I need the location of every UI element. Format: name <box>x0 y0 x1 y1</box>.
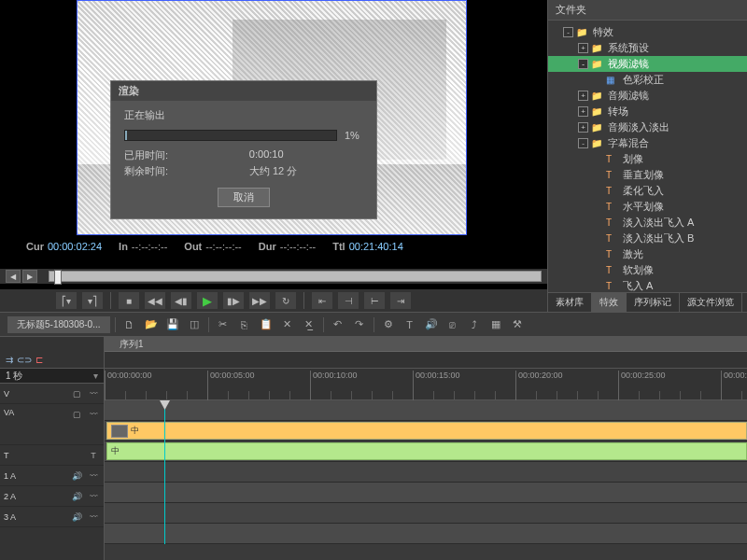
snap-icon[interactable]: ⇉ <box>6 355 13 365</box>
panel-tab[interactable]: 特效 <box>592 293 627 312</box>
scrub-track[interactable] <box>49 271 542 282</box>
audio-icon[interactable]: 🔊 <box>422 316 441 333</box>
tree-node[interactable]: T垂直划像 <box>548 167 747 183</box>
play-button[interactable]: ▶ <box>197 292 218 309</box>
marker-icon[interactable]: ◫ <box>185 316 204 333</box>
tree-toggle-icon[interactable]: - <box>578 59 588 69</box>
tree-node[interactable]: ▦色彩校正 <box>548 72 747 88</box>
rewind-button[interactable]: ◀◀ <box>145 292 165 309</box>
track-header[interactable]: 2 A🔊〰 <box>0 486 104 507</box>
track-toggle-icon[interactable]: 〰 <box>87 408 100 421</box>
cut-icon[interactable]: ✂ <box>214 316 233 333</box>
track-lane[interactable] <box>105 462 747 483</box>
tc-dur-value[interactable]: --:--:--:-- <box>280 241 316 252</box>
open-icon[interactable]: 📂 <box>142 316 161 333</box>
tree-toggle-icon[interactable]: - <box>563 27 573 37</box>
timeline-ruler[interactable]: 00:00:00:0000:00:05:0000:00:10:0000:00:1… <box>105 369 747 400</box>
stop-button[interactable]: ■ <box>119 292 139 309</box>
save-icon[interactable]: 💾 <box>163 316 182 333</box>
tree-node[interactable]: -📁字幕混合 <box>548 135 747 151</box>
scrub-prev-icon[interactable]: ◀ <box>6 270 21 283</box>
step-back-button[interactable]: ◀▮ <box>171 292 191 309</box>
goto-out-button[interactable]: ⇥ <box>390 292 411 309</box>
tree-node[interactable]: T淡入淡出飞入 B <box>548 231 747 246</box>
tree-node[interactable]: -📁视频滤镜 <box>548 56 747 72</box>
tree-node[interactable]: T划像 <box>548 151 747 167</box>
step-fwd-button[interactable]: ▮▶ <box>223 292 244 309</box>
mark-in-button[interactable]: ⎡▾ <box>56 292 77 309</box>
next-edit-button[interactable]: ⊢ <box>364 292 385 309</box>
track-toggle-icon[interactable]: 🔊 <box>70 469 83 483</box>
scrub-next-icon[interactable]: ▶ <box>22 270 37 283</box>
loop-button[interactable]: ↻ <box>275 292 296 309</box>
grid-icon[interactable]: ▦ <box>486 316 505 333</box>
clip-audio[interactable]: 中 <box>106 442 747 460</box>
track-toggle-icon[interactable]: T <box>87 449 100 462</box>
tree-toggle-icon[interactable]: + <box>578 106 588 117</box>
tree-node[interactable]: -📁特效 <box>548 24 747 40</box>
tc-out-value[interactable]: --:--:--:-- <box>205 241 241 252</box>
clip[interactable]: 中 <box>106 422 747 440</box>
track-toggle-icon[interactable]: 〰 <box>87 469 100 483</box>
track-lane[interactable] <box>105 483 747 503</box>
track-lane[interactable] <box>105 524 747 544</box>
tree-node[interactable]: T飞入 A <box>548 278 747 292</box>
link-icon[interactable]: ⊂⊃ <box>17 355 32 365</box>
panel-tab[interactable]: 源文件浏览 <box>680 293 742 312</box>
undo-icon[interactable]: ↶ <box>329 316 347 333</box>
track-lane[interactable] <box>105 503 747 524</box>
track-lane[interactable]: 中 <box>105 421 747 441</box>
sequence-tab[interactable]: 序列1 <box>105 337 747 352</box>
ffwd-button[interactable]: ▶▶ <box>249 292 270 309</box>
paste-icon[interactable]: 📋 <box>257 316 275 333</box>
tc-in-value[interactable]: --:--:--:-- <box>132 241 167 252</box>
track-header[interactable]: V▢〰 <box>0 384 104 404</box>
track-header[interactable]: 1 A🔊〰 <box>0 466 104 486</box>
mark-out-button[interactable]: ▾⎤ <box>82 292 103 309</box>
tree-toggle-icon[interactable]: + <box>578 43 588 53</box>
effects-tree[interactable]: -📁特效+📁系统预设-📁视频滤镜▦色彩校正+📁音频滤镜+📁转场+📁音频淡入淡出-… <box>548 21 747 292</box>
cancel-button[interactable]: 取消 <box>218 188 270 207</box>
panel-tab[interactable]: 素材库 <box>548 293 592 312</box>
delete-icon[interactable]: ✕ <box>278 316 297 333</box>
tree-node[interactable]: T激光 <box>548 246 747 262</box>
scrubber[interactable]: ◀ ▶ <box>0 269 547 284</box>
redo-icon[interactable]: ↷ <box>350 316 369 333</box>
track-toggle-icon[interactable]: ▢ <box>70 408 83 421</box>
tc-ttl-value[interactable]: 00:21:40:14 <box>349 241 403 252</box>
panel-tab[interactable]: 序列标记 <box>627 293 680 312</box>
scrub-handle[interactable] <box>54 270 62 285</box>
goto-in-button[interactable]: ⇤ <box>312 292 332 309</box>
track-toggle-icon[interactable]: 🔊 <box>70 511 83 524</box>
prev-edit-button[interactable]: ⊣ <box>338 292 359 309</box>
project-tab[interactable]: 无标题5-180308-0... <box>7 316 110 333</box>
tree-node[interactable]: +📁音频滤镜 <box>548 88 747 104</box>
settings-icon[interactable]: ⚒ <box>508 316 527 333</box>
new-icon[interactable]: 🗋 <box>120 316 139 333</box>
capture-icon[interactable]: ⎚ <box>444 316 462 333</box>
title-icon[interactable]: T <box>401 316 419 333</box>
track-toggle-icon[interactable]: 〰 <box>87 511 100 524</box>
track-header[interactable]: 3 A🔊〰 <box>0 507 104 527</box>
track-lane[interactable] <box>105 400 747 421</box>
chevron-down-icon[interactable]: ▾ <box>93 371 98 381</box>
playhead[interactable] <box>164 400 165 544</box>
tree-toggle-icon[interactable]: + <box>578 91 588 101</box>
export-icon[interactable]: ⤴ <box>465 316 484 333</box>
tree-toggle-icon[interactable]: + <box>578 122 588 133</box>
track-toggle-icon[interactable]: 🔊 <box>70 490 83 503</box>
track-toggle-icon[interactable]: 〰 <box>87 387 100 400</box>
track-lane[interactable]: 中 <box>105 441 747 462</box>
tree-node[interactable]: +📁转场 <box>548 104 747 119</box>
track-header[interactable]: TT <box>0 445 104 466</box>
track-toggle-icon[interactable]: 〰 <box>87 490 100 503</box>
track-header[interactable]: VA▢〰 <box>0 404 104 445</box>
tree-node[interactable]: T水平划像 <box>548 199 747 215</box>
tree-node[interactable]: T柔化飞入 <box>548 183 747 199</box>
tree-node[interactable]: +📁音频淡入淡出 <box>548 119 747 135</box>
magnet-icon[interactable]: ⊏ <box>35 355 43 365</box>
copy-icon[interactable]: ⎘ <box>235 316 254 333</box>
tree-node[interactable]: +📁系统预设 <box>548 40 747 56</box>
zoom-select[interactable]: 1 秒 ▾ <box>0 369 104 384</box>
track-toggle-icon[interactable]: ▢ <box>70 387 83 400</box>
